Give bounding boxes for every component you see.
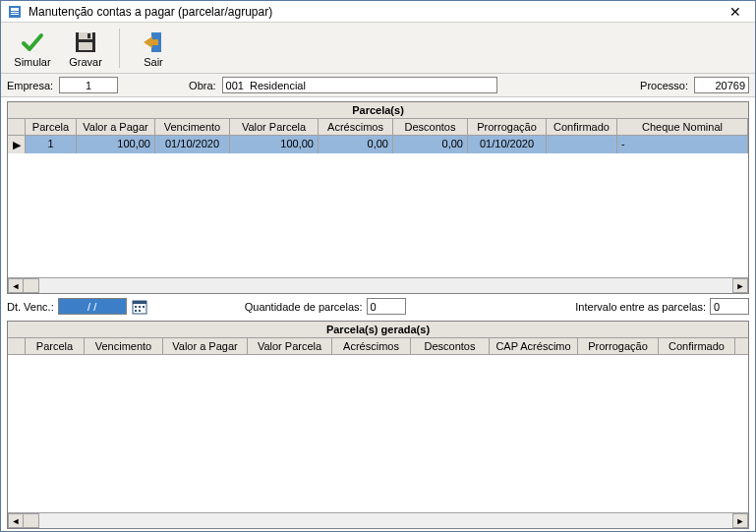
col-prorrogacao[interactable]: Prorrogação [468, 119, 547, 135]
svg-rect-15 [135, 310, 137, 312]
parcelas-grid-title: Parcela(s) [8, 102, 748, 119]
scroll-track[interactable] [39, 513, 732, 528]
qtde-label: Quantidade de parcelas: [245, 301, 363, 313]
exit-icon [141, 29, 166, 56]
sair-button[interactable]: Sair [130, 26, 177, 71]
geradas-hscrollbar[interactable]: ◄ ► [8, 512, 748, 528]
cell-acrescimos: 0,00 [319, 136, 393, 153]
svg-rect-14 [143, 306, 145, 308]
gcol-prorrogacao[interactable]: Prorrogação [578, 338, 659, 354]
scroll-track[interactable] [39, 278, 732, 293]
geradas-grid: Parcela(s) gerada(s) Parcela Vencimento … [7, 321, 749, 529]
sair-label: Sair [144, 56, 163, 68]
intervalo-label: Intervalo entre as parcelas: [575, 301, 706, 313]
geradas-grid-header: Parcela Vencimento Valor a Pagar Valor P… [8, 338, 748, 355]
gravar-label: Gravar [69, 56, 102, 68]
obra-input[interactable] [222, 77, 497, 93]
svg-rect-1 [11, 8, 19, 11]
gravar-button[interactable]: Gravar [62, 26, 109, 71]
cell-prorrogacao: 01/10/2020 [468, 136, 547, 153]
simular-button[interactable]: Simular [9, 26, 56, 71]
scroll-right-icon[interactable]: ► [732, 513, 748, 528]
col-confirmado[interactable]: Confirmado [547, 119, 617, 135]
col-vencimento[interactable]: Vencimento [155, 119, 230, 135]
intervalo-input[interactable] [710, 298, 749, 315]
app-icon [7, 4, 23, 20]
svg-rect-12 [135, 306, 137, 308]
scroll-thumb[interactable] [24, 278, 39, 293]
titlebar: Manutenção contas a pagar (parcelar/agru… [1, 1, 755, 23]
window-title: Manutenção contas a pagar (parcelar/agru… [29, 5, 716, 19]
empresa-input[interactable] [59, 77, 118, 93]
filter-row: Empresa: Obra: Processo: [1, 74, 755, 97]
col-valor-pagar[interactable]: Valor a Pagar [77, 119, 155, 135]
gcol-cap-acrescimo[interactable]: CAP Acréscimo [490, 338, 578, 354]
cell-valor-parcela: 100,00 [230, 136, 319, 153]
gcol-valor-pagar[interactable]: Valor a Pagar [163, 338, 248, 354]
toolbar: Simular Gravar Sair [1, 23, 755, 74]
cell-confirmado [547, 136, 617, 153]
svg-rect-16 [139, 310, 141, 312]
geradas-grid-title: Parcela(s) gerada(s) [8, 322, 748, 338]
geradas-grid-body[interactable] [8, 355, 748, 512]
simular-label: Simular [14, 56, 50, 68]
cell-valor-pagar: 100,00 [77, 136, 155, 153]
toolbar-separator [119, 29, 120, 68]
dtvenc-input[interactable]: / / [58, 298, 127, 315]
params-row: Dt. Venc.: / / Quantidade de parcelas: I… [1, 296, 755, 317]
col-valor-parcela[interactable]: Valor Parcela [230, 119, 319, 135]
close-button[interactable]: ✕ [722, 3, 749, 21]
svg-rect-7 [79, 42, 92, 50]
gcol-descontos[interactable]: Descontos [411, 338, 490, 354]
save-icon [73, 29, 98, 56]
cell-vencimento: 01/10/2020 [155, 136, 230, 153]
row-indicator-icon: ▶ [8, 136, 26, 153]
parcelas-grid: Parcela(s) Parcela Valor a Pagar Vencime… [7, 101, 749, 294]
svg-rect-13 [139, 306, 141, 308]
empresa-label: Empresa: [7, 80, 53, 91]
checkmark-icon [20, 29, 45, 56]
scroll-left-icon[interactable]: ◄ [8, 278, 24, 293]
scroll-left-icon[interactable]: ◄ [8, 513, 24, 528]
parcelas-grid-body[interactable]: ▶ 1 100,00 01/10/2020 100,00 0,00 0,00 0… [8, 136, 748, 277]
table-row[interactable]: ▶ 1 100,00 01/10/2020 100,00 0,00 0,00 0… [8, 136, 748, 153]
calendar-icon[interactable] [131, 298, 148, 315]
gcol-acrescimos[interactable]: Acréscimos [332, 338, 411, 354]
processo-label: Processo: [640, 80, 688, 91]
gcol-vencimento[interactable]: Vencimento [85, 338, 163, 354]
scroll-thumb[interactable] [24, 513, 39, 528]
gcol-parcela[interactable]: Parcela [26, 338, 85, 354]
col-acrescimos[interactable]: Acréscimos [319, 119, 393, 135]
cell-parcela: 1 [26, 136, 77, 153]
dtvenc-label: Dt. Venc.: [7, 301, 54, 313]
svg-rect-3 [11, 14, 19, 15]
col-parcela[interactable]: Parcela [26, 119, 77, 135]
parcelas-grid-header: Parcela Valor a Pagar Vencimento Valor P… [8, 119, 748, 136]
col-descontos[interactable]: Descontos [393, 119, 468, 135]
gcol-valor-parcela[interactable]: Valor Parcela [248, 338, 332, 354]
parcelas-hscrollbar[interactable]: ◄ ► [8, 277, 748, 293]
svg-rect-2 [11, 12, 19, 13]
gcol-confirmado[interactable]: Confirmado [659, 338, 735, 354]
svg-rect-11 [133, 301, 146, 304]
svg-rect-6 [87, 33, 90, 38]
cell-cheque: - [617, 136, 748, 153]
col-cheque[interactable]: Cheque Nominal [617, 119, 748, 135]
processo-input[interactable] [694, 77, 749, 93]
cell-descontos: 0,00 [393, 136, 468, 153]
obra-label: Obra: [189, 80, 216, 91]
qtde-input[interactable] [367, 298, 406, 315]
scroll-right-icon[interactable]: ► [732, 278, 748, 293]
